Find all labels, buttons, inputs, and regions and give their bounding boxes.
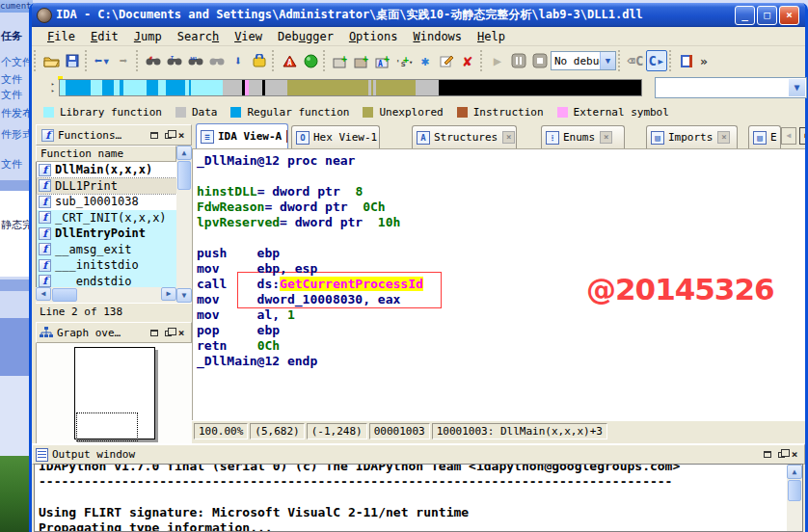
scrollbar-thumb[interactable] <box>52 288 77 302</box>
menu-options[interactable]: Options <box>341 29 406 44</box>
create-data-icon[interactable]: + <box>351 50 372 71</box>
disassembly-line[interactable] <box>197 169 423 184</box>
panel-float-icon[interactable] <box>774 448 788 461</box>
notes-icon[interactable] <box>676 50 697 71</box>
graph-viewport-rect[interactable] <box>76 412 138 441</box>
lock-icon[interactable] <box>249 50 270 71</box>
scroll-left-icon[interactable]: ◀ <box>36 287 51 301</box>
toolbar-grip[interactable] <box>480 50 485 71</box>
delete-icon[interactable]: ✘ <box>457 50 478 71</box>
tab-ida-view-a[interactable]: ≡IDA View-A× <box>196 123 288 148</box>
scroll-up-icon[interactable]: ▲ <box>176 146 192 160</box>
output-window-header[interactable]: Output window × <box>32 443 805 465</box>
functions-horizontal-scrollbar[interactable]: ◀ ▶ <box>36 287 176 303</box>
abort-icon[interactable]: A <box>279 50 300 71</box>
disassembly-line[interactable]: retn 0Ch <box>197 338 423 354</box>
output-log[interactable]: IDAPython v1.7.0 final (serial 0) (c) Th… <box>34 464 803 532</box>
function-row[interactable]: fDLL1Print <box>37 178 176 195</box>
toolbar-grip[interactable] <box>669 50 674 71</box>
explorer-task-fragment[interactable]: 任务 <box>1 29 22 43</box>
tab-scroll-left-icon[interactable]: ◀ <box>781 127 796 145</box>
function-row[interactable]: f__amsg_exit <box>37 242 176 258</box>
jump-binary-icon[interactable]: 101 <box>185 50 206 71</box>
panel-close-icon[interactable]: × <box>175 327 188 339</box>
tab-close-icon[interactable]: × <box>717 131 730 144</box>
maximize-button[interactable]: □ <box>757 6 777 25</box>
scrollbar-thumb[interactable] <box>177 161 191 190</box>
save-icon[interactable] <box>62 50 83 71</box>
disassembly-line[interactable]: mov dword_10008030, eax <box>197 292 423 307</box>
functions-vertical-scrollbar[interactable]: ▲ ▼ <box>176 146 192 303</box>
tab-close-icon[interactable]: × <box>286 130 288 143</box>
disassembly-line[interactable]: hinstDLL= dword ptr 8 <box>197 184 423 200</box>
open-file-icon[interactable] <box>40 50 62 71</box>
menu-windows[interactable]: Windows <box>405 29 470 44</box>
panel-close-icon[interactable]: × <box>175 129 188 142</box>
disassembly-line[interactable]: mov al, 1 <box>197 307 423 323</box>
disassembly-line[interactable]: push ebp <box>197 246 423 261</box>
disassembly-line[interactable]: mov ebp, esp <box>197 261 423 277</box>
create-name-icon[interactable]: A+ <box>372 50 393 71</box>
back-icon[interactable]: ⬅▾ <box>92 50 113 71</box>
panel-maximize-icon[interactable] <box>148 327 161 339</box>
disassembly-line[interactable]: call ds:GetCurrentProcessId <box>197 277 423 292</box>
create-string-icon[interactable]: 's+▾ <box>393 50 415 71</box>
edit-icon[interactable] <box>436 50 457 71</box>
function-row[interactable]: f___initstdio <box>37 257 176 274</box>
panel-float-icon[interactable] <box>161 129 175 142</box>
disassembly-view[interactable]: _DllMain@12 proc near hinstDLL= dword pt… <box>192 148 805 439</box>
panel-maximize-icon[interactable] <box>761 448 774 461</box>
toolbar-grip[interactable] <box>272 50 277 71</box>
tab-close-icon[interactable]: × <box>600 131 612 144</box>
panel-float-icon[interactable] <box>161 327 175 339</box>
scroll-up-icon[interactable]: ▲ <box>787 465 802 479</box>
menu-file[interactable]: File <box>40 29 83 44</box>
start-process-icon[interactable]: ▶ <box>487 50 508 71</box>
disassembly-line[interactable]: lpvReserved= dword ptr 10h <box>197 215 423 230</box>
menu-debugger[interactable]: Debugger <box>270 29 341 44</box>
tab-enums[interactable]: ⁞Enums× <box>541 125 625 148</box>
function-row[interactable]: f___endstdio <box>37 274 176 288</box>
toolbar-grip[interactable] <box>85 50 90 71</box>
explorer-task-fragment[interactable]: 文件 <box>1 72 22 87</box>
explorer-task-fragment[interactable]: 文件 <box>1 88 22 102</box>
tab-scroll-right-icon[interactable]: ▶ <box>799 127 805 145</box>
graph-overview-canvas[interactable] <box>36 343 192 443</box>
debugger-combo[interactable]: No debug ▼ <box>551 51 616 70</box>
scrollbar-thumb[interactable] <box>788 480 801 501</box>
band-scroll-arrows[interactable]: ▸▸ <box>51 80 55 93</box>
tab-e[interactable]: ▤E <box>748 125 781 148</box>
create-code-icon[interactable]: + <box>330 50 351 71</box>
output-vertical-scrollbar[interactable]: ▲ <box>787 465 802 531</box>
jump-name-icon[interactable]: T <box>164 50 185 71</box>
menu-view[interactable]: View <box>227 29 270 44</box>
band-address-combo[interactable]: ▼ <box>655 77 807 98</box>
tab-hex-view-1[interactable]: OHex View-1× <box>291 125 380 148</box>
jump-down-icon[interactable]: ⬇ <box>228 50 249 71</box>
tab-structures[interactable]: AStructures× <box>412 125 517 148</box>
function-name-column-header[interactable]: Function name <box>36 146 176 162</box>
toolbar-grip[interactable] <box>136 50 141 71</box>
attach-icon[interactable]: ⌫C <box>625 50 646 71</box>
scroll-right-icon[interactable]: ▶ <box>161 287 176 301</box>
chevron-down-icon[interactable]: ▼ <box>789 79 805 96</box>
panel-close-icon[interactable]: × <box>788 448 801 461</box>
title-bar[interactable]: IDA - C:\Documents and Settings\Administ… <box>32 3 805 27</box>
function-row[interactable]: f_CRT_INIT(x,x,x) <box>37 210 176 226</box>
compile-icon[interactable]: C▸ <box>646 50 667 71</box>
navigation-band[interactable] <box>59 79 642 96</box>
disassembly-line[interactable]: _DllMain@12 proc near <box>197 153 423 169</box>
scroll-down-icon[interactable]: ▼ <box>176 288 192 303</box>
function-row[interactable]: fDllEntryPoint <box>37 226 176 242</box>
jump-address-icon[interactable]: # <box>143 50 164 71</box>
explorer-task-fragment[interactable]: 文件 <box>1 157 22 172</box>
chevron-down-icon[interactable]: ▼ <box>600 52 615 69</box>
function-row[interactable]: fDllMain(x,x,x) <box>37 162 176 178</box>
minimize-button[interactable]: _ <box>735 6 755 25</box>
toolbar-grip[interactable] <box>34 50 39 71</box>
function-row[interactable]: fsub_10001038 <box>37 194 176 210</box>
close-button[interactable]: × <box>779 6 799 25</box>
tab-close-icon[interactable]: × <box>502 131 515 144</box>
disassembly-line[interactable]: pop ebp <box>197 323 423 338</box>
menu-search[interactable]: Search <box>170 29 227 44</box>
